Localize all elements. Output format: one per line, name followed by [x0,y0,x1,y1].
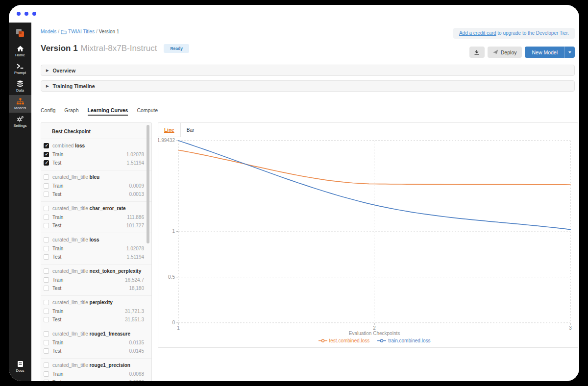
metric-name: curated_llm_title rouge1_fmeasure [52,331,130,337]
train-value: 0.0135 [129,340,144,345]
breadcrumb: Models / TWIAI Titles / Version 1 [41,29,119,34]
metric-checkbox[interactable] [44,309,49,314]
scrollbar-thumb[interactable] [147,125,149,243]
chart-tab-bar[interactable]: Bar [181,123,200,137]
breadcrumb-models-link[interactable]: Models [41,29,56,34]
metric-header-row: curated_llm_title perplexity [41,299,151,306]
metric-group: curated_llm_title rouge1_fmeasureTrain0.… [41,327,151,359]
test-value: 0.0013 [129,192,144,197]
prompt-icon [17,62,24,70]
breadcrumb-folder-link[interactable]: TWIAI Titles [68,29,95,34]
sidebar-item-docs[interactable]: Docs [9,358,31,375]
sidebar-item-label: Home [15,53,25,57]
test-value: 0.0145 [129,348,144,354]
metric-checkbox[interactable] [44,268,49,274]
metric-checkbox[interactable] [44,192,49,197]
metric-checkbox[interactable] [44,317,49,322]
metric-checkbox[interactable] [44,237,49,242]
legend-item-train.combined.loss[interactable]: train.combined.loss [377,338,430,343]
breadcrumb-current: Version 1 [99,29,120,34]
metric-checkbox[interactable] [44,246,49,251]
tab-graph[interactable]: Graph [64,106,78,116]
metric-name: curated_llm_title bleu [52,174,99,180]
sidebar-item-data[interactable]: Data [9,77,31,95]
test-value: 0.0073 [129,380,144,381]
sidebar-item-settings[interactable]: Settings [9,113,31,130]
chart-type-tabs: LineBar [158,123,200,137]
x-axis-label: Evaluation Checkpoints [178,331,570,336]
metric-name: curated_llm_title char_error_rate [52,206,126,211]
sidebar-item-prompt[interactable]: Prompt [9,60,31,77]
docs-icon [17,360,24,367]
metric-checkbox[interactable] [44,152,49,157]
metric-checkbox[interactable] [44,160,49,166]
metric-checkbox[interactable] [44,362,49,368]
tab-bar: ConfigGraphLearning CurvesCompute [41,106,167,116]
expand-arrow-icon: ▶ [46,84,49,88]
metric-checkbox[interactable] [44,215,49,220]
metric-header-row: curated_llm_title next_token_perplexity [41,267,151,275]
metric-checkbox[interactable] [44,277,49,283]
train-value: 111.886 [127,215,144,220]
train-row: Train1.02078 [41,150,151,159]
test-row: Test101.727 [41,221,151,230]
test-row: Test18,180 [41,284,151,292]
sidebar-item-home[interactable]: Home [9,42,31,60]
overview-section-header[interactable]: ▶ Overview [41,65,575,76]
window-titlebar [9,5,579,23]
train-row: Train31,721.3 [41,307,151,315]
tab-learning-curves[interactable]: Learning Curves [88,106,128,116]
metric-name: combined loss [52,143,85,148]
legend-item-test.combined.loss[interactable]: test.combined.loss [318,338,370,343]
main-content: Models / TWIAI Titles / Version 1 Add a … [31,23,579,381]
add-credit-card-link[interactable]: Add a credit card [459,30,496,36]
test-value: 31,551.3 [125,317,144,322]
page-title: Version 1 [41,44,78,53]
train-row: Train0.0135 [41,338,151,347]
tab-compute[interactable]: Compute [137,106,158,116]
metric-group-list: combined lossTrain1.02078Test1.51194cura… [41,139,151,381]
window-control-dot[interactable] [24,12,28,16]
metric-checkbox[interactable] [44,380,49,381]
y-tick-label: 0.5 [168,274,175,280]
metric-name: curated_llm_title loss [52,237,99,242]
metric-checkbox[interactable] [44,254,49,260]
training-timeline-section-header[interactable]: ▶ Training Timeline [41,80,575,92]
download-button[interactable] [469,47,485,58]
metric-checkbox[interactable] [44,371,49,377]
train-row: Train0.0009 [41,182,151,190]
sidebar-item-label: Settings [13,123,26,128]
new-model-button[interactable]: New Model [525,47,575,58]
new-model-dropdown[interactable] [564,47,575,58]
metric-checkbox[interactable] [44,143,49,148]
metric-checkbox[interactable] [44,206,49,211]
test-row: Test0.0145 [41,347,151,355]
train-row: Train1.02078 [41,244,151,253]
metric-checkbox[interactable] [44,223,49,228]
metric-checkbox[interactable] [44,174,49,180]
tab-config[interactable]: Config [41,106,55,116]
test-row: Test1.51194 [41,159,151,167]
chart-tab-line[interactable]: Line [158,123,181,137]
metric-group: combined lossTrain1.02078Test1.51194 [41,139,151,170]
metric-checkbox[interactable] [44,300,49,305]
expand-arrow-icon: ▶ [46,69,49,72]
metric-checkbox[interactable] [44,331,49,337]
metric-checkbox[interactable] [44,348,49,354]
learning-curve-chart: 00.511.99432123 [158,123,579,331]
metric-checkbox[interactable] [44,340,49,345]
sidebar-item-models[interactable]: Models [9,95,31,113]
window-control-dot[interactable] [17,12,21,16]
x-tick-label: 3 [569,325,572,331]
train-value: 1.02078 [126,152,144,157]
app-logo-icon[interactable] [15,27,25,40]
chart-legend: test.combined.losstrain.combined.loss [178,338,570,343]
deploy-button[interactable]: Deploy [488,47,522,58]
metric-checkbox[interactable] [44,286,49,291]
test-value: 1.51194 [127,254,144,260]
data-icon [17,80,24,87]
metric-checkbox[interactable] [44,183,49,189]
train-value: 0.0068 [129,371,144,377]
legend-marker-icon [318,338,327,343]
window-control-dot[interactable] [32,12,36,16]
